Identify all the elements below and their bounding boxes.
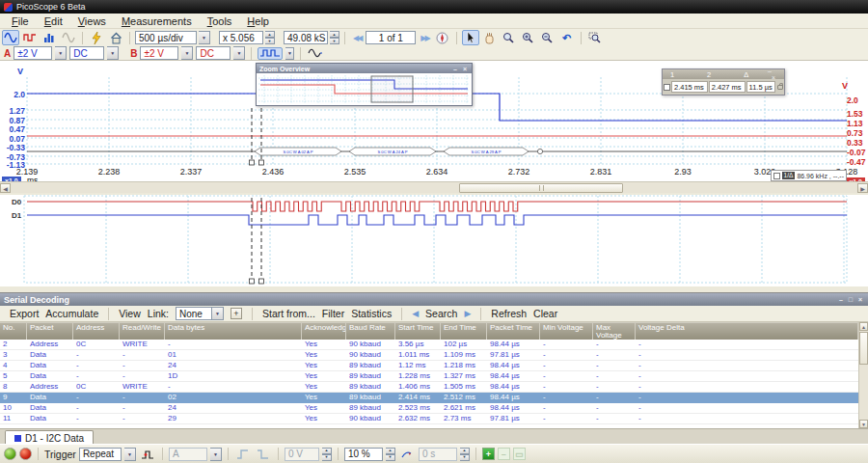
timebase-dropdown-arrow[interactable]: ▼ [199, 31, 210, 44]
table-row[interactable]: 5Data--1DYes89 kbaud1.228 ms1.327 ms98.4… [0, 371, 858, 382]
table-scroll-thumb[interactable] [859, 332, 868, 365]
samples-input[interactable]: 49.08 kS [284, 31, 328, 44]
marquee-zoom-button[interactable] [586, 30, 604, 45]
menu-measurements[interactable]: Measurements [114, 15, 200, 27]
scope-horizontal-scrollbar[interactable]: ◀ ▶ [0, 181, 868, 193]
trigger-mode-arrow[interactable]: ▼ [124, 448, 136, 461]
scrollbar-thumb[interactable] [459, 183, 623, 193]
persistence-view-button[interactable] [21, 30, 39, 45]
table-vertical-scrollbar[interactable]: ▲ ▼ [858, 322, 868, 428]
channel-b-range-arrow[interactable]: ▼ [181, 46, 193, 60]
advanced-trigger-button[interactable] [139, 447, 156, 462]
link-dropdown-arrow[interactable]: ▼ [212, 307, 224, 320]
zoom-tool-button[interactable] [501, 30, 518, 45]
link-select[interactable]: None [176, 307, 212, 320]
ruler-legend-window-controls[interactable]: – × [760, 68, 784, 81]
zoom-overview-body[interactable] [257, 73, 472, 105]
timebase-select[interactable]: 500 µs/div [135, 31, 197, 44]
scope-view-button[interactable] [2, 30, 19, 45]
trigger-level-input[interactable]: 0 V [285, 448, 319, 461]
probe-wizard-button[interactable] [88, 30, 105, 45]
rising-edge-button[interactable] [234, 447, 252, 462]
digital-channels-dropdown-arrow[interactable]: ▼ [285, 47, 294, 60]
view-button[interactable]: View [119, 308, 141, 319]
trigger-level-stepper[interactable]: ▲▼ [322, 448, 332, 461]
scope-view[interactable]: S 0C W A 02 A PS 0C W A 24 A PS 0C W A 2… [0, 61, 868, 193]
table-scroll-up-arrow[interactable]: ▲ [859, 322, 868, 331]
trigger-source-select[interactable]: A [169, 448, 207, 461]
zoom-overview-window[interactable]: Zoom Overview – × [256, 63, 473, 106]
scrollbar-left-arrow[interactable]: ◀ [0, 183, 11, 193]
tab-d1-i2c-data[interactable]: D1 - I2C Data [5, 430, 94, 445]
signal-generator-button[interactable] [307, 47, 324, 60]
pretrigger-stepper[interactable]: ▲▼ [386, 448, 395, 461]
menu-views[interactable]: Views [70, 15, 114, 27]
home-button[interactable] [107, 30, 124, 45]
menu-edit[interactable]: Edit [37, 15, 70, 27]
ruler-legend-checkbox[interactable] [664, 84, 670, 91]
falling-edge-button[interactable] [255, 447, 272, 462]
table-row[interactable]: 9Data--02Yes89 kbaud2.414 ms2.512 ms98.4… [0, 393, 858, 403]
table-row[interactable]: 10Data--24Yes89 kbaud2.523 ms2.621 ms98.… [0, 403, 858, 414]
spectrum-view-button[interactable] [41, 30, 58, 45]
column-header[interactable]: Voltage Delta [636, 322, 858, 340]
digital-view[interactable]: D0 D1 [0, 195, 868, 286]
remove-view-button[interactable]: – [498, 448, 510, 460]
search-button[interactable]: Search [425, 308, 457, 319]
trigger-delay-input[interactable]: 0 s [419, 448, 457, 461]
pretrigger-input[interactable]: 10 % [344, 448, 383, 461]
trigger-delay-stepper[interactable]: ▲▼ [460, 448, 470, 461]
zoom-factor-input[interactable]: x 5.056 [219, 31, 263, 44]
pointer-tool-button[interactable] [462, 30, 479, 45]
column-header[interactable]: Address [73, 322, 120, 340]
prev-waveform-button[interactable]: ◀◀ [350, 34, 364, 42]
column-header[interactable]: Start Time [395, 322, 441, 340]
zoom-out-button[interactable] [539, 30, 556, 45]
search-prev-arrow[interactable]: ◀ [412, 309, 419, 318]
column-header[interactable]: Packet Time [487, 322, 540, 340]
ruler-legend-window[interactable]: 1 2 Δ – × 2.415 ms 2.427 ms 11.5 µs [662, 68, 785, 95]
search-next-arrow[interactable]: ▶ [464, 309, 471, 318]
table-row[interactable]: 4Data--24Yes89 kbaud1.12 ms1.218 ms98.44… [0, 361, 858, 371]
clear-button[interactable]: Clear [533, 308, 557, 319]
refresh-button[interactable]: Refresh [491, 308, 527, 319]
channel-a-range-arrow[interactable]: ▼ [55, 46, 67, 60]
trigger-source-arrow[interactable]: ▼ [210, 448, 222, 461]
column-header[interactable]: Baud Rate [346, 322, 395, 340]
filter-button[interactable]: Filter [322, 308, 344, 319]
samples-stepper[interactable]: ▲▼ [330, 31, 339, 44]
start-capture-button[interactable] [4, 448, 16, 460]
frequency-legend[interactable]: 1/Δ 86.96 kHz , --.-- [771, 170, 847, 181]
channel-a-coupling-arrow[interactable]: ▼ [107, 46, 119, 60]
accumulate-button[interactable]: Accumulate [45, 308, 98, 319]
add-link-button[interactable]: + [231, 308, 242, 319]
channel-a-range-select[interactable]: ±2 V [14, 46, 52, 60]
channel-a-coupling-select[interactable]: DC [69, 46, 104, 60]
table-row[interactable]: 8Address0CWRITE-Yes89 kbaud1.406 ms1.505… [0, 382, 858, 393]
column-header[interactable]: Data bytes [165, 322, 302, 340]
zoom-overview-titlebar[interactable]: Zoom Overview – × [257, 64, 472, 73]
column-header[interactable]: End Time [441, 322, 487, 340]
statistics-button[interactable]: Statistics [351, 308, 392, 319]
table-row[interactable]: 2Address0CWRITE-Yes90 kbaud3.56 µs102 µs… [0, 340, 858, 350]
table-row[interactable]: 11Data--29Yes90 kbaud2.632 ms2.73 ms97.8… [0, 414, 858, 424]
lock-icon[interactable] [777, 85, 783, 90]
arrange-views-button[interactable]: ▭ [513, 448, 526, 460]
zoom-in-button[interactable] [520, 30, 537, 45]
undo-zoom-button[interactable]: ↶ [558, 30, 576, 45]
table-scroll-down-arrow[interactable]: ▼ [859, 420, 868, 428]
start-from-button[interactable]: Start from... [262, 308, 315, 319]
channel-b-coupling-select[interactable]: DC [196, 46, 231, 60]
column-header[interactable]: Acknowledge [302, 322, 346, 340]
xy-view-button[interactable] [60, 30, 77, 45]
channel-b-coupling-arrow[interactable]: ▼ [233, 46, 245, 60]
zoom-factor-stepper[interactable]: ▲▼ [265, 31, 275, 44]
menu-tools[interactable]: Tools [200, 15, 240, 27]
serial-panel-window-controls[interactable]: – □ × [839, 296, 868, 303]
hand-tool-button[interactable] [481, 30, 499, 45]
add-view-button[interactable]: + [482, 448, 495, 460]
column-header[interactable]: Packet [27, 322, 73, 340]
menu-help[interactable]: Help [239, 15, 277, 27]
pretrigger-mode-button[interactable] [398, 447, 416, 462]
table-row[interactable]: 3Data--01Yes90 kbaud1.011 ms1.109 ms97.8… [0, 350, 858, 361]
